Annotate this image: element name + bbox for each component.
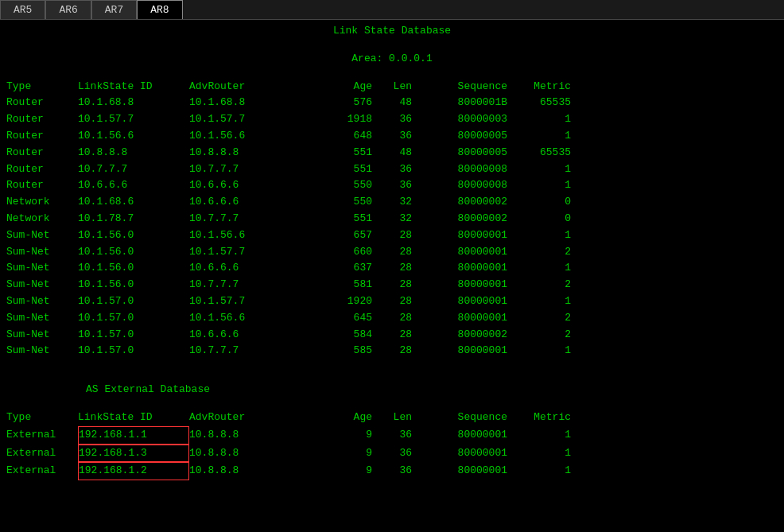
cell-len: 36 — [372, 111, 412, 128]
cell-len: 28 — [372, 310, 412, 327]
cell-type: Sum-Net — [6, 260, 78, 277]
cell-advrouter: 10.1.57.7 — [189, 244, 316, 261]
cell-sequence: 80000001 — [412, 244, 507, 261]
cell-age: 657 — [316, 227, 372, 244]
cell-len: 48 — [372, 95, 412, 111]
cell-sequence: 80000005 — [412, 145, 507, 161]
table-row: Router10.8.8.810.8.8.8551488000000565535 — [6, 145, 778, 161]
cell-sequence: 8000001B — [412, 95, 507, 111]
cell-lsid: 10.1.56.0 — [78, 244, 189, 261]
cell-type: Sum-Net — [6, 293, 78, 310]
cell-type: Router — [6, 177, 78, 194]
cell-advrouter: 10.6.6.6 — [189, 260, 316, 277]
table-row: Network10.1.78.710.7.7.755132800000020 — [6, 211, 778, 227]
cell-type: Network — [6, 211, 78, 227]
col-header-type: Type — [6, 79, 78, 95]
cell-advrouter: 10.1.57.7 — [189, 111, 316, 128]
table-row: Sum-Net10.1.57.010.1.57.7192028800000011 — [6, 293, 778, 310]
cell-lsid: 10.1.78.7 — [78, 211, 189, 227]
col-header-len: Len — [372, 79, 412, 95]
tab-ar8[interactable]: AR8 — [137, 0, 182, 19]
col-header-lsid: LinkState ID — [78, 79, 189, 95]
cell-advrouter: 10.7.7.7 — [189, 277, 316, 293]
cell-age: 9 — [316, 427, 372, 444]
cell-lsid: 10.1.57.0 — [78, 293, 189, 310]
cell-age: 9 — [316, 463, 372, 480]
cell-type: Router — [6, 95, 78, 111]
table-row: External192.168.1.310.8.8.8936800000011 — [6, 445, 778, 463]
cell-metric: 1 — [507, 161, 571, 178]
cell-advrouter: 10.8.8.8 — [189, 463, 316, 480]
tab-ar5[interactable]: AR5 — [0, 0, 45, 19]
main-table-body: Router10.1.68.810.1.68.8576488000001B655… — [6, 95, 778, 359]
cell-len: 28 — [372, 244, 412, 261]
cell-metric: 0 — [507, 211, 571, 227]
cell-metric: 1 — [507, 463, 571, 480]
cell-lsid: 10.1.56.0 — [78, 260, 189, 277]
cell-lsid: 10.8.8.8 — [78, 145, 189, 161]
cell-type: Sum-Net — [6, 277, 78, 293]
external-table-header: TypeLinkState IDAdvRouterAgeLenSequenceM… — [6, 410, 778, 426]
cell-metric: 1 — [507, 427, 571, 444]
cell-sequence: 80000001 — [412, 310, 507, 327]
cell-metric: 1 — [507, 227, 571, 244]
tab-ar7[interactable]: AR7 — [91, 0, 137, 19]
table-row: Sum-Net10.1.57.010.7.7.758528800000011 — [6, 343, 778, 359]
cell-advrouter: 10.8.8.8 — [189, 145, 316, 161]
table-row: Router10.1.56.610.1.56.664836800000051 — [6, 128, 778, 145]
cell-advrouter: 10.1.56.6 — [189, 227, 316, 244]
cell-len: 28 — [372, 293, 412, 310]
cell-type: Sum-Net — [6, 244, 78, 261]
cell-type: External — [6, 463, 78, 480]
cell-sequence: 80000008 — [412, 177, 507, 194]
cell-sequence: 80000001 — [412, 227, 507, 244]
cell-len: 36 — [372, 427, 412, 444]
cell-advrouter: 10.6.6.6 — [189, 327, 316, 344]
cell-sequence: 80000001 — [412, 277, 507, 293]
cell-len: 28 — [372, 327, 412, 344]
cell-metric: 2 — [507, 310, 571, 327]
table-row: Sum-Net10.1.56.010.6.6.663728800000011 — [6, 260, 778, 277]
cell-lsid: 10.1.68.6 — [78, 194, 189, 211]
page-title: Link State Database — [6, 23, 778, 40]
cell-type: Router — [6, 111, 78, 128]
ext-col-header-type: Type — [6, 410, 78, 426]
table-row: Router10.6.6.610.6.6.655036800000081 — [6, 177, 778, 194]
cell-lsid: 10.7.7.7 — [78, 161, 189, 178]
cell-metric: 1 — [507, 111, 571, 128]
cell-len: 32 — [372, 194, 412, 211]
cell-len: 36 — [372, 161, 412, 178]
cell-lsid: 10.1.68.8 — [78, 95, 189, 111]
tab-ar6[interactable]: AR6 — [45, 0, 91, 19]
cell-sequence: 80000005 — [412, 128, 507, 145]
cell-len: 28 — [372, 343, 412, 359]
cell-lsid: 10.6.6.6 — [78, 177, 189, 194]
cell-age: 1920 — [316, 293, 372, 310]
cell-advrouter: 10.8.8.8 — [189, 427, 316, 444]
cell-metric: 1 — [507, 260, 571, 277]
area-label: Area: 0.0.0.1 — [6, 51, 778, 68]
cell-metric: 1 — [507, 445, 571, 462]
cell-type: Router — [6, 145, 78, 161]
cell-age: 9 — [316, 445, 372, 462]
cell-sequence: 80000001 — [412, 463, 507, 480]
cell-metric: 2 — [507, 277, 571, 293]
cell-age: 551 — [316, 211, 372, 227]
table-row: Sum-Net10.1.57.010.6.6.658428800000022 — [6, 327, 778, 344]
tabs-bar: AR5AR6AR7AR8 — [0, 0, 784, 20]
cell-type: Sum-Net — [6, 327, 78, 344]
cell-sequence: 80000002 — [412, 211, 507, 227]
cell-type: Router — [6, 161, 78, 178]
cell-len: 28 — [372, 227, 412, 244]
cell-age: 645 — [316, 310, 372, 327]
table-row: Sum-Net10.1.56.010.1.56.665728800000011 — [6, 227, 778, 244]
cell-age: 1918 — [316, 111, 372, 128]
cell-advrouter: 10.1.57.7 — [189, 293, 316, 310]
cell-lsid: 10.1.56.0 — [78, 227, 189, 244]
cell-sequence: 80000001 — [412, 427, 507, 444]
table-header: TypeLinkState IDAdvRouterAgeLenSequenceM… — [6, 79, 778, 95]
table-row: Sum-Net10.1.56.010.1.57.766028800000012 — [6, 244, 778, 261]
cell-len: 36 — [372, 445, 412, 462]
cell-len: 36 — [372, 177, 412, 194]
cell-lsid: 192.168.1.2 — [78, 462, 189, 480]
